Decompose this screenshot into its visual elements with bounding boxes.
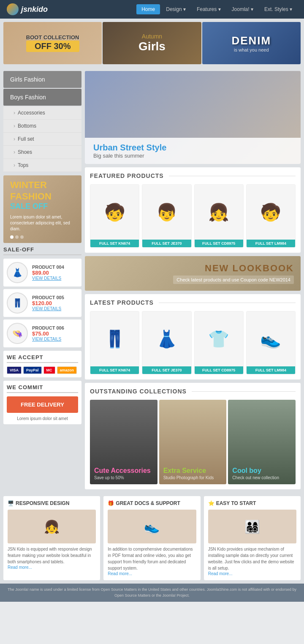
- latest-product-3[interactable]: 👟 FULL SET LM984: [246, 311, 296, 374]
- lookbook-banner[interactable]: NEW LOOKBOOK Check latest products and u…: [85, 256, 301, 291]
- footer-bar-text: The Joomla! name is used under a limited…: [8, 587, 296, 598]
- collection-overlay-1: Extra Service Studio Photograph for Kids: [159, 463, 227, 484]
- free-delivery-button[interactable]: FREE DELIVERY: [7, 396, 78, 413]
- latest-label-3: FULL SET LM984: [247, 366, 295, 374]
- nav-joomla[interactable]: Joomla! ▾: [227, 4, 258, 14]
- sidebar-sub-accessories[interactable]: Accessories: [3, 106, 81, 120]
- hero-content: Urban Street Style Big sale this summer: [85, 138, 301, 164]
- footer-read-more-1[interactable]: Read more...: [108, 571, 196, 576]
- featured-product-1[interactable]: 👦 FULL SET JE370: [142, 184, 191, 248]
- payment-amazon: amazon: [57, 366, 77, 374]
- collection-title-2: Cool boy: [232, 467, 291, 475]
- sale-name-2: PRODUCT 006: [32, 325, 78, 330]
- we-accept-title: WE ACCEPT: [7, 354, 78, 363]
- latest-product-1[interactable]: 👗 FULL SET JE370: [142, 311, 191, 374]
- featured-title: FEATURED PRODUCTS: [90, 172, 164, 179]
- we-commit-section: WE COMMIT FREE DELIVERY Lorem ipsum dolo…: [3, 381, 81, 424]
- main-layout: Girls Fashion Boys Fashion Accessories B…: [0, 68, 304, 493]
- dot-3[interactable]: [20, 235, 24, 239]
- sale-price-2: $75.00: [32, 330, 78, 337]
- latest-img-1: 👗: [142, 311, 191, 366]
- sidebar-sub-shoes[interactable]: Shoes: [3, 146, 81, 159]
- banner-autumn: Autumn: [138, 33, 166, 40]
- sale-item-2: 👒 PRODUCT 006 $75.00 VIEW DETAILS: [3, 319, 81, 347]
- latest-product-0[interactable]: 👖 FULL SET KN674: [90, 311, 139, 374]
- main-nav: Home Design ▾ Features ▾ Joomla! ▾ Ext. …: [136, 4, 297, 14]
- featured-product-3[interactable]: 🧒 FULL SET LM984: [246, 184, 296, 248]
- featured-product-0[interactable]: 🧒 FULL SET KN674: [90, 184, 139, 248]
- collection-title-0: Cute Accessories: [94, 467, 153, 475]
- banner-boot[interactable]: BOOT COLLECTION OFF 30%: [3, 22, 102, 64]
- featured-header: FEATURED PRODUCTS: [90, 172, 296, 179]
- sale-name-0: PRODUCT 004: [32, 265, 78, 270]
- featured-products-grid: 🧒 FULL SET KN674 👦 FULL SET JE370 👧 FULL…: [90, 184, 296, 248]
- logo-icon: [7, 3, 19, 15]
- sale-link-0[interactable]: VIEW DETAILS: [32, 276, 78, 281]
- sidebar-sub-fullset[interactable]: Full set: [3, 133, 81, 146]
- latest-line: [159, 303, 296, 303]
- hero-subtitle: Big sale this summer: [93, 153, 292, 159]
- collection-item-2[interactable]: Cool boy Check out new collection: [228, 400, 296, 484]
- footer-img-2: 👨‍👩‍👧‍👦: [208, 510, 296, 543]
- collection-item-0[interactable]: Cute Accessories Save up to 50%: [90, 400, 157, 484]
- featured-product-2[interactable]: 👧 FULL SET CD8975: [194, 184, 244, 248]
- nav-home[interactable]: Home: [136, 4, 160, 14]
- dot-2[interactable]: [15, 235, 19, 239]
- sale-off-section: SALE-OFF 👗 PRODUCT 004 $89.00 VIEW DETAI…: [3, 246, 81, 347]
- payment-paypal: PayPal: [23, 366, 42, 374]
- nav-features[interactable]: Features ▾: [192, 4, 226, 14]
- banner-section: BOOT COLLECTION OFF 30% Autumn Girls DEN…: [0, 19, 304, 68]
- sale-price-0: $89.00: [32, 270, 78, 276]
- promo-body-text: Lorem ipsum dolor sit amet, consectetuer…: [10, 214, 75, 232]
- collection-overlay-2: Cool boy Check out new collection: [228, 463, 296, 484]
- sidebar-item-girls-fashion[interactable]: Girls Fashion: [3, 71, 81, 88]
- sale-off-title: SALE-OFF: [3, 246, 81, 255]
- latest-products-grid: 👖 FULL SET KN674 👗 FULL SET JE370 👕 FULL…: [90, 311, 296, 374]
- we-accept-section: WE ACCEPT VISA PayPal MC amazon: [3, 351, 81, 377]
- sale-link-2[interactable]: VIEW DETAILS: [32, 337, 78, 341]
- sale-name-1: PRODUCT 005: [32, 295, 78, 300]
- latest-label-2: FULL SET CD8975: [195, 366, 243, 374]
- featured-products-section: FEATURED PRODUCTS 🧒 FULL SET KN674 👦 FUL…: [85, 167, 301, 253]
- hero-banner: Urban Street Style Big sale this summer: [85, 71, 301, 164]
- dot-1[interactable]: [10, 235, 14, 239]
- footer-img-0: 👧: [8, 510, 96, 543]
- banner-denim-sub: is what you need: [231, 47, 271, 52]
- collections-line: [192, 391, 296, 392]
- collection-title-1: Extra Service: [163, 467, 223, 475]
- payment-mc: MC: [43, 366, 55, 374]
- collection-item-1[interactable]: Extra Service Studio Photograph for Kids: [159, 400, 227, 484]
- banner-denim[interactable]: DENIM is what you need: [202, 22, 301, 64]
- footer-col-title-2: ⭐ EASY TO START: [208, 500, 296, 506]
- latest-header: LATEST PRODUCTS: [90, 299, 296, 306]
- payment-visa: VISA: [7, 366, 22, 374]
- featured-img-0: 🧒: [90, 185, 139, 240]
- sale-price-1: $120.00: [32, 300, 78, 306]
- sidebar-sub-bottoms[interactable]: Bottoms: [3, 120, 81, 133]
- collections-grid: Cute Accessories Save up to 50% Extra Se…: [90, 400, 296, 484]
- footer-read-more-2[interactable]: Read more...: [208, 571, 296, 576]
- lookbook-content: NEW LOOKBOOK Check latest products and u…: [173, 263, 294, 284]
- sale-link-1[interactable]: VIEW DETAILS: [32, 306, 78, 311]
- promo-line3: SALE OFF: [10, 202, 75, 211]
- banner-boot-title: BOOT COLLECTION: [26, 34, 79, 41]
- latest-product-2[interactable]: 👕 FULL SET CD8975: [194, 311, 244, 374]
- payment-icons: VISA PayPal MC amazon: [7, 366, 78, 374]
- footer-col-0: 🖥️ RESPONSIVE DESIGN 👧 JSN Kido is equip…: [3, 496, 100, 580]
- footer-read-more-0[interactable]: Read more...: [8, 565, 96, 570]
- collections-header: OUTSTANDING COLLECTIONS: [90, 388, 296, 395]
- banner-girls[interactable]: Autumn Girls: [103, 22, 201, 64]
- sidebar-sub-tops[interactable]: Tops: [3, 159, 81, 172]
- hero-title: Urban Street Style: [93, 143, 292, 153]
- sidebar-item-boys-fashion[interactable]: Boys Fashion: [3, 89, 81, 106]
- banner-girls-label: Girls: [138, 40, 166, 53]
- nav-design[interactable]: Design ▾: [161, 4, 191, 14]
- collection-overlay-0: Cute Accessories Save up to 50%: [90, 463, 157, 484]
- promo-dots: [10, 235, 75, 239]
- sale-item-0: 👗 PRODUCT 004 $89.00 VIEW DETAILS: [3, 259, 81, 287]
- nav-ext-styles[interactable]: Ext. Styles ▾: [259, 4, 297, 14]
- sidebar-sub-menu: Accessories Bottoms Full set Shoes Tops: [3, 106, 81, 172]
- promo-line2: FASHION: [10, 191, 75, 202]
- footer-img-1: 👟: [108, 510, 196, 543]
- header: jsnkido Home Design ▾ Features ▾ Joomla!…: [0, 0, 304, 19]
